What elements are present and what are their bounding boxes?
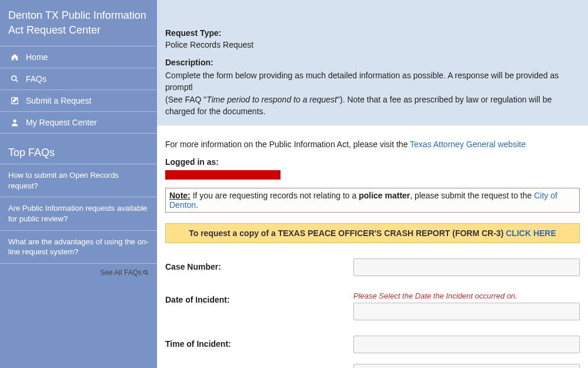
svg-line-5 (146, 274, 148, 276)
header-band: Request Type: Police Records Request Des… (157, 0, 588, 125)
search-icon (11, 75, 19, 83)
user-icon (11, 118, 19, 127)
date-of-incident-label: Date of Incident: (165, 291, 353, 304)
svg-point-0 (12, 76, 16, 81)
pia-info-line: For more information on the Public Infor… (165, 140, 580, 149)
form-row-time-of-incident: Time of Incident: (165, 336, 580, 353)
description-text: Complete the form below providing as muc… (165, 69, 580, 117)
nav-home[interactable]: Home (0, 46, 157, 68)
note-mid: , please submit the request to the (410, 191, 534, 200)
location-of-incident-label: Location of Incident: (165, 364, 353, 368)
nav-label: Home (26, 52, 48, 62)
search-icon (143, 270, 149, 276)
logged-in-user-redacted (165, 170, 280, 180)
form-row-location-of-incident: Location of Incident: (165, 364, 580, 368)
svg-point-3 (13, 120, 16, 122)
nav-submit-request[interactable]: Submit a Request (0, 90, 157, 112)
note-label: Note: (169, 191, 191, 200)
main-content: Request Type: Police Records Request Des… (157, 0, 588, 368)
svg-point-4 (143, 271, 147, 274)
see-all-label: See All FAQs (100, 268, 142, 277)
case-number-input[interactable] (353, 258, 580, 276)
form-row-date-of-incident: Date of Incident: Please Select the Date… (165, 291, 580, 320)
date-of-incident-input[interactable] (353, 303, 580, 320)
nav-label: My Request Center (26, 118, 97, 127)
main-nav: Home FAQs Submit a Request My Request Ce… (0, 46, 157, 134)
home-icon (11, 53, 19, 61)
see-all-faqs-link[interactable]: See All FAQs (0, 264, 157, 281)
location-of-incident-input[interactable] (353, 364, 580, 368)
request-type-label: Request Type: (165, 28, 580, 38)
faq-item[interactable]: How to submit an Open Records request? (0, 164, 157, 197)
note-tail: . (196, 200, 198, 210)
app-title: Denton TX Public Information Act Request… (0, 6, 157, 46)
form-row-case-number: Case Number: (165, 258, 580, 276)
date-helper-text: Please Select the Date the Incident occu… (353, 291, 580, 300)
logged-in-label: Logged in as: (165, 157, 580, 167)
crash-report-link[interactable]: CLICK HERE (506, 228, 556, 238)
note-box: Note: If you are requesting records not … (165, 188, 580, 213)
note-pre: If you are requesting records not relati… (191, 191, 359, 200)
nav-my-request-center[interactable]: My Request Center (0, 112, 157, 134)
edit-icon (11, 97, 19, 105)
top-faqs-heading: Top FAQs (0, 134, 157, 164)
description-faq-em: Time period to respond to a request (206, 95, 337, 104)
nav-faqs[interactable]: FAQs (0, 68, 157, 90)
svg-line-1 (16, 80, 18, 82)
crash-report-banner: To request a copy of a TEXAS PEACE OFFIC… (165, 223, 580, 243)
time-of-incident-label: Time of Incident: (165, 336, 353, 349)
texas-ag-link[interactable]: Texas Attorney General website (410, 140, 526, 149)
case-number-label: Case Number: (165, 258, 353, 271)
description-label: Description: (165, 58, 580, 67)
nav-label: Submit a Request (26, 96, 91, 105)
banner-text: To request a copy of a TEXAS PEACE OFFIC… (189, 228, 506, 238)
description-faq-lead: (See FAQ " (165, 95, 206, 104)
body-area: For more information on the Public Infor… (157, 125, 588, 368)
pia-info-pre: For more information on the Public Infor… (165, 140, 410, 149)
faq-item[interactable]: What are the advantages of using the on-… (0, 231, 157, 264)
sidebar: Denton TX Public Information Act Request… (0, 0, 157, 368)
description-line1: Complete the form below providing as muc… (165, 71, 559, 92)
request-type-value: Police Records Request (165, 40, 580, 49)
time-of-incident-input[interactable] (353, 336, 580, 353)
note-bold: police matter (359, 191, 410, 200)
faq-list: How to submit an Open Records request? A… (0, 164, 157, 263)
nav-label: FAQs (26, 74, 46, 84)
faq-item[interactable]: Are Public Information requests availabl… (0, 197, 157, 230)
